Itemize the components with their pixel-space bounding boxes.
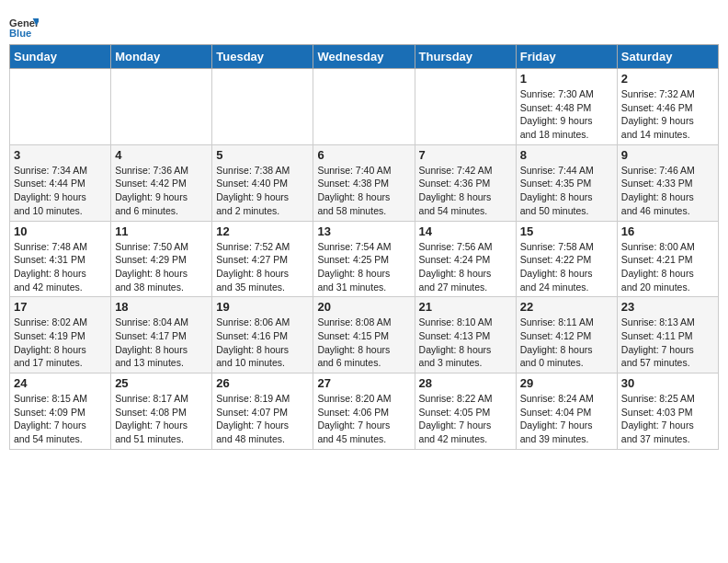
- weekday-header-monday: Monday: [111, 45, 212, 69]
- weekday-header-tuesday: Tuesday: [212, 45, 313, 69]
- weekday-header-row: SundayMondayTuesdayWednesdayThursdayFrid…: [10, 45, 719, 69]
- weekday-header-sunday: Sunday: [10, 45, 111, 69]
- calendar-cell: 5Sunrise: 7:38 AM Sunset: 4:40 PM Daylig…: [212, 144, 313, 221]
- day-info: Sunrise: 7:48 AM Sunset: 4:31 PM Dayligh…: [14, 240, 107, 294]
- day-number: 16: [621, 224, 714, 238]
- day-number: 6: [317, 148, 410, 162]
- day-number: 22: [520, 300, 613, 314]
- calendar-cell: 1Sunrise: 7:30 AM Sunset: 4:48 PM Daylig…: [516, 69, 617, 145]
- day-number: 15: [520, 224, 613, 238]
- day-info: Sunrise: 7:30 AM Sunset: 4:48 PM Dayligh…: [520, 87, 613, 142]
- day-info: Sunrise: 8:13 AM Sunset: 4:11 PM Dayligh…: [621, 316, 714, 370]
- calendar-cell: 27Sunrise: 8:20 AM Sunset: 4:06 PM Dayli…: [313, 373, 415, 450]
- calendar-cell: 20Sunrise: 8:08 AM Sunset: 4:15 PM Dayli…: [313, 297, 415, 373]
- calendar-cell: 12Sunrise: 7:52 AM Sunset: 4:27 PM Dayli…: [212, 221, 313, 297]
- calendar-cell: 24Sunrise: 8:15 AM Sunset: 4:09 PM Dayli…: [10, 373, 111, 450]
- calendar-cell: 29Sunrise: 8:24 AM Sunset: 4:04 PM Dayli…: [516, 373, 617, 450]
- calendar-cell: [111, 69, 212, 145]
- day-info: Sunrise: 8:08 AM Sunset: 4:15 PM Dayligh…: [317, 316, 410, 370]
- calendar-cell: 11Sunrise: 7:50 AM Sunset: 4:29 PM Dayli…: [111, 221, 212, 297]
- day-info: Sunrise: 8:15 AM Sunset: 4:09 PM Dayligh…: [14, 392, 107, 446]
- day-number: 11: [115, 224, 208, 238]
- day-number: 21: [419, 300, 512, 314]
- day-info: Sunrise: 7:44 AM Sunset: 4:35 PM Dayligh…: [520, 164, 613, 218]
- calendar-cell: [10, 69, 111, 145]
- calendar-week-row: 17Sunrise: 8:02 AM Sunset: 4:19 PM Dayli…: [10, 297, 719, 373]
- day-number: 2: [621, 72, 714, 86]
- day-info: Sunrise: 7:56 AM Sunset: 4:24 PM Dayligh…: [419, 240, 512, 294]
- day-number: 10: [14, 224, 107, 238]
- day-number: 8: [520, 148, 613, 162]
- day-info: Sunrise: 7:46 AM Sunset: 4:33 PM Dayligh…: [621, 164, 714, 218]
- logo-icon: General Blue: [9, 15, 39, 40]
- day-number: 29: [520, 376, 613, 390]
- calendar-cell: 23Sunrise: 8:13 AM Sunset: 4:11 PM Dayli…: [617, 297, 718, 373]
- weekday-header-friday: Friday: [516, 45, 617, 69]
- day-number: 20: [317, 300, 410, 314]
- day-number: 24: [14, 376, 107, 390]
- day-info: Sunrise: 7:38 AM Sunset: 4:40 PM Dayligh…: [216, 164, 309, 218]
- calendar-cell: 6Sunrise: 7:40 AM Sunset: 4:38 PM Daylig…: [313, 144, 415, 221]
- weekday-header-saturday: Saturday: [617, 45, 718, 69]
- calendar-cell: 3Sunrise: 7:34 AM Sunset: 4:44 PM Daylig…: [10, 144, 111, 221]
- day-number: 14: [419, 224, 512, 238]
- day-number: 30: [621, 376, 714, 390]
- calendar-cell: 18Sunrise: 8:04 AM Sunset: 4:17 PM Dayli…: [111, 297, 212, 373]
- day-info: Sunrise: 8:19 AM Sunset: 4:07 PM Dayligh…: [216, 392, 309, 446]
- calendar-cell: 25Sunrise: 8:17 AM Sunset: 4:08 PM Dayli…: [111, 373, 212, 450]
- day-info: Sunrise: 7:32 AM Sunset: 4:46 PM Dayligh…: [621, 87, 714, 142]
- calendar-cell: 22Sunrise: 8:11 AM Sunset: 4:12 PM Dayli…: [516, 297, 617, 373]
- day-info: Sunrise: 8:20 AM Sunset: 4:06 PM Dayligh…: [317, 392, 410, 446]
- day-info: Sunrise: 8:11 AM Sunset: 4:12 PM Dayligh…: [520, 316, 613, 370]
- calendar-week-row: 1Sunrise: 7:30 AM Sunset: 4:48 PM Daylig…: [10, 69, 719, 145]
- day-info: Sunrise: 8:22 AM Sunset: 4:05 PM Dayligh…: [419, 392, 512, 446]
- day-number: 28: [419, 376, 512, 390]
- day-number: 13: [317, 224, 410, 238]
- logo: General Blue: [9, 15, 39, 40]
- day-info: Sunrise: 8:06 AM Sunset: 4:16 PM Dayligh…: [216, 316, 309, 370]
- day-number: 1: [520, 72, 613, 86]
- calendar-cell: 19Sunrise: 8:06 AM Sunset: 4:16 PM Dayli…: [212, 297, 313, 373]
- calendar-cell: 30Sunrise: 8:25 AM Sunset: 4:03 PM Dayli…: [617, 373, 718, 450]
- day-number: 23: [621, 300, 714, 314]
- calendar-cell: 9Sunrise: 7:46 AM Sunset: 4:33 PM Daylig…: [617, 144, 718, 221]
- day-info: Sunrise: 7:34 AM Sunset: 4:44 PM Dayligh…: [14, 164, 107, 218]
- calendar-week-row: 24Sunrise: 8:15 AM Sunset: 4:09 PM Dayli…: [10, 373, 719, 450]
- day-info: Sunrise: 8:25 AM Sunset: 4:03 PM Dayligh…: [621, 392, 714, 446]
- calendar-cell: 4Sunrise: 7:36 AM Sunset: 4:42 PM Daylig…: [111, 144, 212, 221]
- calendar-cell: [415, 69, 516, 145]
- page-header: General Blue: [9, 9, 719, 40]
- calendar-cell: [313, 69, 415, 145]
- calendar-table: SundayMondayTuesdayWednesdayThursdayFrid…: [9, 44, 719, 450]
- calendar-cell: 17Sunrise: 8:02 AM Sunset: 4:19 PM Dayli…: [10, 297, 111, 373]
- calendar-cell: 28Sunrise: 8:22 AM Sunset: 4:05 PM Dayli…: [415, 373, 516, 450]
- day-number: 4: [115, 148, 208, 162]
- calendar-week-row: 10Sunrise: 7:48 AM Sunset: 4:31 PM Dayli…: [10, 221, 719, 297]
- calendar-cell: 8Sunrise: 7:44 AM Sunset: 4:35 PM Daylig…: [516, 144, 617, 221]
- day-number: 25: [115, 376, 208, 390]
- calendar-cell: 14Sunrise: 7:56 AM Sunset: 4:24 PM Dayli…: [415, 221, 516, 297]
- calendar-cell: 21Sunrise: 8:10 AM Sunset: 4:13 PM Dayli…: [415, 297, 516, 373]
- calendar-cell: 10Sunrise: 7:48 AM Sunset: 4:31 PM Dayli…: [10, 221, 111, 297]
- day-number: 5: [216, 148, 309, 162]
- calendar-cell: [212, 69, 313, 145]
- day-info: Sunrise: 7:52 AM Sunset: 4:27 PM Dayligh…: [216, 240, 309, 294]
- day-info: Sunrise: 7:58 AM Sunset: 4:22 PM Dayligh…: [520, 240, 613, 294]
- calendar-week-row: 3Sunrise: 7:34 AM Sunset: 4:44 PM Daylig…: [10, 144, 719, 221]
- day-info: Sunrise: 8:00 AM Sunset: 4:21 PM Dayligh…: [621, 240, 714, 294]
- day-number: 9: [621, 148, 714, 162]
- day-info: Sunrise: 7:36 AM Sunset: 4:42 PM Dayligh…: [115, 164, 208, 218]
- day-number: 12: [216, 224, 309, 238]
- day-number: 18: [115, 300, 208, 314]
- day-info: Sunrise: 8:17 AM Sunset: 4:08 PM Dayligh…: [115, 392, 208, 446]
- day-number: 26: [216, 376, 309, 390]
- calendar-cell: 7Sunrise: 7:42 AM Sunset: 4:36 PM Daylig…: [415, 144, 516, 221]
- calendar-cell: 15Sunrise: 7:58 AM Sunset: 4:22 PM Dayli…: [516, 221, 617, 297]
- day-info: Sunrise: 8:02 AM Sunset: 4:19 PM Dayligh…: [14, 316, 107, 370]
- svg-text:Blue: Blue: [9, 28, 31, 39]
- day-info: Sunrise: 8:04 AM Sunset: 4:17 PM Dayligh…: [115, 316, 208, 370]
- day-number: 7: [419, 148, 512, 162]
- day-info: Sunrise: 8:10 AM Sunset: 4:13 PM Dayligh…: [419, 316, 512, 370]
- day-info: Sunrise: 7:50 AM Sunset: 4:29 PM Dayligh…: [115, 240, 208, 294]
- day-number: 3: [14, 148, 107, 162]
